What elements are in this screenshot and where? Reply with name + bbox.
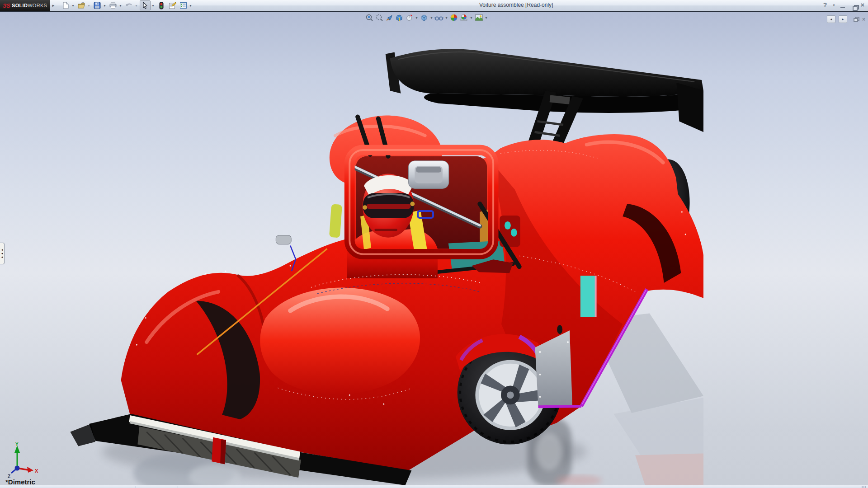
undo-caret-icon[interactable]: ▾: [134, 4, 139, 8]
previous-view-icon: [385, 14, 393, 22]
section-view-icon: [395, 14, 403, 22]
zoom-to-area-button[interactable]: [374, 13, 384, 22]
car-model-render[interactable]: [0, 12, 868, 486]
view-settings-icon: [475, 14, 483, 22]
previous-view-button[interactable]: [384, 13, 394, 22]
hide-show-caret-icon[interactable]: ▾: [444, 16, 449, 20]
display-style-icon: [420, 14, 428, 22]
eyeglasses-icon: [434, 14, 443, 22]
undo-button[interactable]: [124, 1, 134, 10]
section-view-button[interactable]: [394, 13, 404, 22]
view-orientation-caret-icon[interactable]: ▾: [414, 16, 419, 20]
appearance-ball-icon: [450, 14, 458, 22]
hide-show-items-button[interactable]: [434, 13, 444, 22]
close-button[interactable]: ×: [859, 1, 866, 9]
select-button[interactable]: [140, 0, 151, 10]
save-button[interactable]: [92, 1, 102, 10]
view-orientation-button[interactable]: [404, 13, 414, 22]
apply-scene-caret-icon[interactable]: ▾: [469, 16, 474, 20]
brand-bold: SOLID: [12, 3, 28, 8]
titlebar: ЗS SOLID WORKS ▸ ▾ ▾ ▾ ▾ ▾ ▾ ▾: [0, 0, 868, 11]
file-properties-button[interactable]: [167, 1, 177, 10]
display-style-caret-icon[interactable]: ▾: [429, 16, 434, 20]
select-cursor-icon: [142, 2, 148, 9]
menu-expand-icon[interactable]: ▸: [51, 2, 56, 9]
help-caret-icon[interactable]: ▾: [831, 3, 836, 7]
help-button[interactable]: ?: [821, 1, 829, 9]
new-document-icon: [62, 2, 69, 9]
open-button[interactable]: [76, 1, 86, 10]
minimize-button[interactable]: [839, 2, 846, 8]
solidworks-logo: ЗS SOLID WORKS: [0, 0, 50, 11]
feature-manager-collapsed-tab[interactable]: ◂ ◂ ◂: [0, 243, 5, 264]
graphics-area[interactable]: ▾ ▾ ▾ ▾ ▾ ◂ ▸ × ◂ ◂ ◂ Y X: [0, 11, 868, 485]
collapse-arrow-icon: ◂: [1, 252, 3, 255]
previous-document-button[interactable]: ◂: [827, 15, 835, 23]
document-close-button[interactable]: ×: [862, 16, 865, 23]
options-checklist-icon: [179, 2, 187, 9]
open-folder-icon: [78, 2, 85, 9]
print-caret-icon[interactable]: ▾: [118, 4, 123, 8]
standard-toolbar: ▾ ▾ ▾ ▾ ▾ ▾ ▾: [60, 0, 193, 10]
save-floppy-icon: [94, 2, 101, 9]
collapse-arrow-icon: ◂: [1, 249, 3, 251]
brand-light: WORKS: [28, 3, 47, 8]
display-style-button[interactable]: [419, 13, 429, 22]
open-caret-icon[interactable]: ▾: [86, 4, 91, 8]
headsup-view-toolbar: ▾ ▾ ▾ ▾ ▾: [364, 13, 489, 22]
zoom-to-fit-button[interactable]: [364, 13, 374, 22]
print-button[interactable]: [108, 1, 118, 10]
new-button[interactable]: [61, 1, 71, 10]
solidworks-logo-mark-icon: ЗS: [3, 2, 10, 9]
traffic-light-icon: [159, 2, 164, 9]
document-restore-button[interactable]: [854, 17, 859, 22]
status-bar-edge: [0, 485, 868, 488]
window-controls: ? ▾ ×: [821, 1, 866, 9]
apply-scene-icon: [460, 14, 468, 22]
view-settings-caret-icon[interactable]: ▾: [484, 16, 489, 20]
collapse-arrow-icon: ◂: [1, 256, 3, 258]
rebuild-button[interactable]: [156, 1, 166, 10]
window-title: Voiture assomblee [Read-only]: [479, 2, 553, 8]
note-pencil-icon: [169, 2, 176, 9]
view-settings-button[interactable]: [474, 13, 484, 22]
undo-arrow-icon: [125, 2, 133, 9]
reference-triad: Y X Z: [2, 442, 42, 480]
apply-scene-button[interactable]: [459, 13, 469, 22]
save-caret-icon[interactable]: ▾: [102, 4, 107, 8]
new-caret-icon[interactable]: ▾: [71, 4, 75, 8]
edit-appearance-button[interactable]: [449, 13, 459, 22]
svg-text:X: X: [35, 468, 38, 474]
resize-grip[interactable]: [862, 486, 867, 488]
view-orientation-icon: [405, 14, 413, 22]
zoom-to-fit-icon: [365, 14, 373, 22]
options-caret-icon[interactable]: ▾: [188, 4, 193, 8]
printer-icon: [109, 2, 117, 9]
select-caret-icon[interactable]: ▾: [151, 4, 156, 8]
zoom-to-area-icon: [375, 14, 383, 22]
document-window-controls: ◂ ▸ ×: [827, 15, 865, 23]
options-button[interactable]: [178, 1, 188, 10]
next-document-button[interactable]: ▸: [839, 15, 847, 23]
svg-text:Y: Y: [15, 442, 19, 447]
